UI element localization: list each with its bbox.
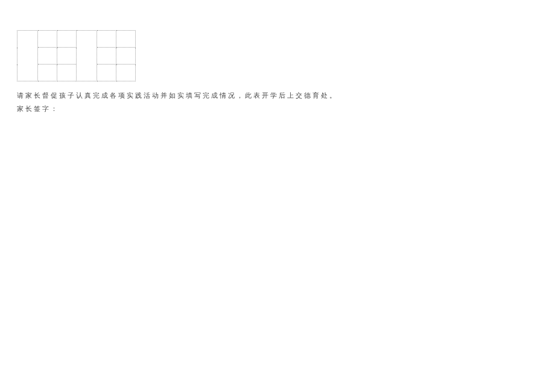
cell — [57, 48, 77, 65]
cell-left-merged — [17, 31, 38, 81]
cell-mid-merged — [77, 31, 97, 81]
cell — [97, 65, 116, 81]
cell — [57, 31, 77, 48]
grid-table — [17, 30, 136, 81]
cell — [97, 48, 116, 65]
signature-label: 家长签字： — [17, 102, 538, 115]
cell — [116, 48, 136, 65]
cell — [116, 65, 136, 81]
cell — [97, 31, 116, 48]
cell — [57, 65, 77, 81]
cell — [38, 65, 57, 81]
cell — [38, 31, 57, 48]
instruction-text: 请家长督促孩子认真完成各项实践活动并如实填写完成情况，此表开学后上交德育处。 — [17, 89, 538, 102]
cell — [38, 48, 57, 65]
cell — [116, 31, 136, 48]
practice-table — [17, 30, 538, 81]
